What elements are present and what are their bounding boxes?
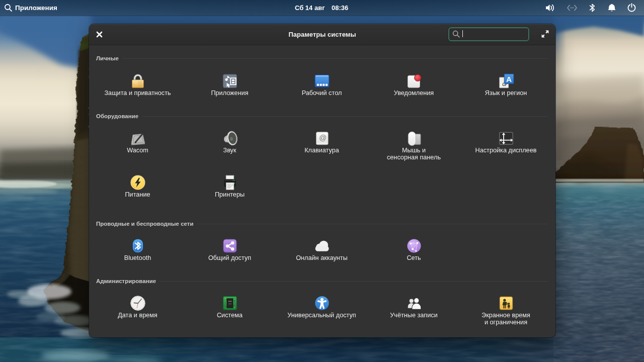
svg-text:@: @: [319, 134, 327, 142]
svg-text:A: A: [506, 75, 512, 83]
